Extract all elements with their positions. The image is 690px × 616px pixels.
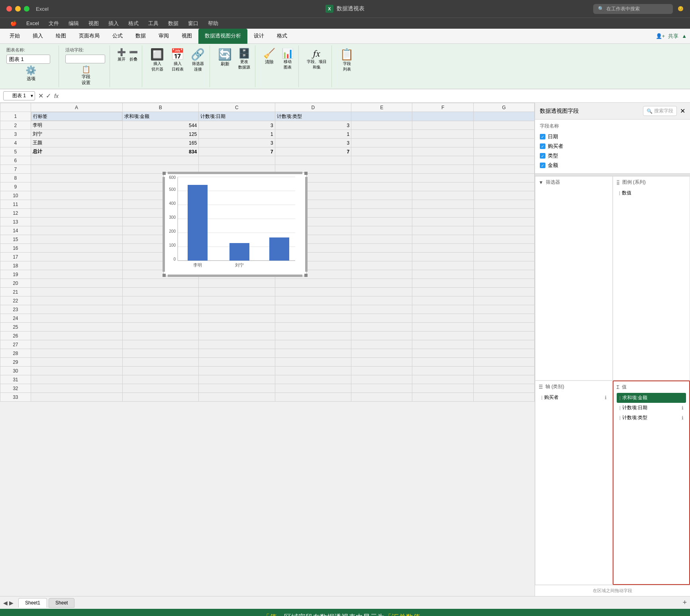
table-cell[interactable] <box>275 340 351 349</box>
table-cell[interactable] <box>122 279 199 288</box>
pivot-field-item[interactable]: 日期 <box>540 132 685 141</box>
table-cell[interactable] <box>31 367 122 375</box>
tab-page-layout[interactable]: 页面布局 <box>73 29 106 44</box>
resize-bar-top[interactable] <box>168 172 302 174</box>
menu-data[interactable]: 数据 <box>164 19 182 28</box>
table-cell[interactable] <box>351 314 412 323</box>
legend-item-values[interactable]: ⁞ 数值 <box>616 188 687 198</box>
menu-tools[interactable]: 工具 <box>144 19 163 28</box>
table-cell[interactable] <box>122 296 199 305</box>
options-button[interactable]: ⚙️ 选项 <box>6 65 55 82</box>
menu-apple[interactable]: 🍎 <box>6 20 21 27</box>
resize-handle-tr[interactable] <box>304 172 308 175</box>
table-cell[interactable] <box>199 332 275 340</box>
table-cell[interactable] <box>412 393 473 402</box>
table-cell[interactable] <box>122 393 199 402</box>
table-cell[interactable] <box>199 393 275 402</box>
table-cell[interactable] <box>412 226 473 235</box>
table-cell[interactable] <box>473 288 534 296</box>
chart-name-input[interactable] <box>6 55 50 64</box>
close-panel-button[interactable]: ✕ <box>680 107 685 115</box>
table-cell[interactable] <box>351 340 412 349</box>
field-list-button[interactable]: 📋 字段 列表 <box>338 47 355 73</box>
table-cell[interactable] <box>31 375 122 384</box>
filter-connection-button[interactable]: 🔗 筛选器 连接 <box>189 47 206 73</box>
table-cell[interactable] <box>412 244 473 253</box>
table-cell[interactable] <box>412 261 473 270</box>
table-cell[interactable] <box>473 156 534 165</box>
sheet-nav-prev[interactable]: ◀ <box>3 600 8 606</box>
table-cell[interactable] <box>199 367 275 375</box>
values-item[interactable]: ⁞求和项:金额 <box>617 393 686 403</box>
table-cell[interactable] <box>473 314 534 323</box>
table-cell[interactable] <box>412 156 473 165</box>
table-cell[interactable] <box>473 332 534 340</box>
table-cell[interactable]: 求和项:金额 <box>122 112 199 121</box>
table-cell[interactable] <box>31 270 122 279</box>
table-cell[interactable] <box>199 314 275 323</box>
table-cell[interactable] <box>473 261 534 270</box>
table-cell[interactable] <box>412 235 473 244</box>
table-cell[interactable]: 王颜 <box>31 139 122 147</box>
refresh-button[interactable]: 🔄 刷新 <box>216 47 233 71</box>
table-cell[interactable] <box>199 375 275 384</box>
table-cell[interactable] <box>351 279 412 288</box>
menu-excel[interactable]: Excel <box>22 20 43 27</box>
insert-slicer-button[interactable]: 🔲 插入 切片器 <box>149 47 166 73</box>
table-cell[interactable] <box>412 253 473 261</box>
table-cell[interactable] <box>122 288 199 296</box>
table-cell[interactable] <box>473 235 534 244</box>
table-cell[interactable] <box>199 305 275 314</box>
table-cell[interactable] <box>412 200 473 209</box>
cancel-icon[interactable]: ✕ <box>38 92 43 100</box>
table-cell[interactable]: 计数项:日期 <box>199 112 275 121</box>
table-cell[interactable] <box>31 349 122 358</box>
table-cell[interactable] <box>31 253 122 261</box>
table-cell[interactable] <box>351 130 412 139</box>
info-icon[interactable]: ℹ <box>682 405 684 411</box>
table-cell[interactable] <box>351 121 412 130</box>
table-cell[interactable] <box>199 349 275 358</box>
table-cell[interactable] <box>412 314 473 323</box>
table-cell[interactable] <box>351 332 412 340</box>
table-cell[interactable] <box>351 384 412 393</box>
change-datasource-button[interactable]: 🗄️ 更改 数据源 <box>237 47 252 71</box>
table-cell[interactable] <box>31 174 122 182</box>
table-cell[interactable] <box>351 270 412 279</box>
table-cell[interactable] <box>122 384 199 393</box>
resize-handle-bl[interactable] <box>163 274 166 277</box>
table-cell[interactable] <box>275 288 351 296</box>
table-cell[interactable] <box>275 156 351 165</box>
table-cell[interactable] <box>31 191 122 200</box>
chart-container[interactable]: 0 100 200 300 400 500 600 <box>163 173 307 276</box>
table-cell[interactable] <box>351 323 412 332</box>
table-cell[interactable] <box>199 384 275 393</box>
tab-insert[interactable]: 插入 <box>26 29 49 44</box>
sheet-nav-next[interactable]: ▶ <box>9 600 14 606</box>
table-cell[interactable] <box>122 375 199 384</box>
table-cell[interactable] <box>473 349 534 358</box>
table-cell[interactable] <box>122 340 199 349</box>
table-cell[interactable]: 1 <box>199 130 275 139</box>
table-cell[interactable] <box>473 121 534 130</box>
table-cell[interactable] <box>351 200 412 209</box>
table-cell[interactable] <box>275 367 351 375</box>
table-cell[interactable] <box>31 209 122 218</box>
search-bar[interactable]: 🔍 在工作表中搜索 <box>593 4 673 14</box>
table-cell[interactable] <box>412 147 473 156</box>
table-cell[interactable] <box>31 384 122 393</box>
table-cell[interactable] <box>351 156 412 165</box>
table-cell[interactable] <box>412 375 473 384</box>
tab-start[interactable]: 开始 <box>3 29 26 44</box>
confirm-icon[interactable]: ✓ <box>46 92 51 100</box>
table-cell[interactable]: 544 <box>122 121 199 130</box>
table-cell[interactable] <box>199 340 275 349</box>
menu-file[interactable]: 文件 <box>45 19 63 28</box>
pivot-field-item[interactable]: 类型 <box>540 151 685 161</box>
table-cell[interactable] <box>473 209 534 218</box>
table-cell[interactable] <box>31 165 122 174</box>
table-cell[interactable] <box>351 226 412 235</box>
table-cell[interactable] <box>473 226 534 235</box>
field-checkbox[interactable] <box>540 153 545 159</box>
table-cell[interactable] <box>412 165 473 174</box>
